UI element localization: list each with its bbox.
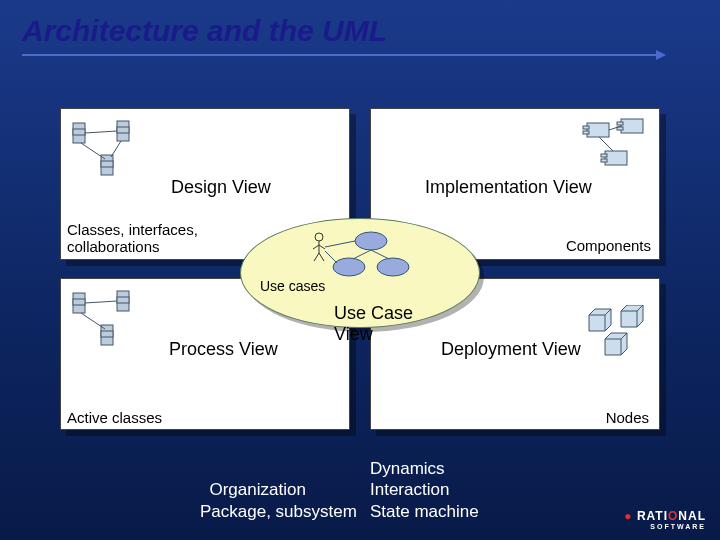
svg-rect-25 — [101, 331, 113, 337]
implementation-view-sublabel: Components — [566, 237, 651, 254]
design-view-label: Design View — [171, 177, 271, 198]
component-icon — [581, 117, 651, 173]
diagram-stage: Design View Classes, interfaces, collabo… — [60, 108, 660, 438]
svg-rect-15 — [605, 151, 627, 165]
active-class-icon — [71, 289, 141, 349]
svg-line-26 — [85, 301, 117, 303]
deployment-view-sublabel: Nodes — [606, 409, 649, 426]
footer-col2: Dynamics Interaction State machine — [370, 458, 479, 522]
implementation-view-label: Implementation View — [425, 177, 592, 198]
process-view-sublabel: Active classes — [67, 409, 162, 426]
node-icon — [585, 305, 651, 361]
page-title: Architecture and the UML — [0, 0, 720, 52]
svg-rect-23 — [117, 297, 129, 303]
svg-line-6 — [85, 131, 117, 133]
svg-line-8 — [111, 141, 121, 157]
svg-point-41 — [333, 258, 365, 276]
svg-rect-12 — [621, 119, 643, 133]
svg-rect-13 — [617, 122, 623, 125]
svg-rect-9 — [587, 123, 609, 137]
svg-rect-16 — [601, 154, 607, 157]
svg-point-40 — [355, 232, 387, 250]
svg-rect-5 — [101, 161, 113, 167]
footer-col1-row1: Organization Package, subsystem — [200, 480, 357, 520]
svg-rect-11 — [583, 131, 589, 134]
svg-line-19 — [599, 137, 613, 151]
svg-line-43 — [325, 241, 355, 247]
usecase-sublabel: Use cases — [260, 278, 325, 294]
svg-point-34 — [315, 233, 323, 241]
class-diagram-icon — [71, 119, 141, 179]
rational-logo: ● RATIONAL SOFTWARE — [624, 509, 706, 530]
svg-line-27 — [81, 313, 105, 329]
svg-rect-10 — [583, 126, 589, 129]
svg-rect-21 — [73, 299, 85, 305]
svg-line-39 — [319, 253, 324, 261]
svg-line-46 — [371, 250, 389, 259]
footer-text: Organization Package, subsystem Dynamics… — [200, 458, 371, 522]
deployment-view-label: Deployment View — [441, 339, 581, 360]
svg-line-38 — [314, 253, 319, 261]
svg-line-7 — [81, 143, 105, 159]
svg-rect-17 — [601, 159, 607, 162]
usecase-view-label: Use Case View — [334, 303, 413, 345]
svg-line-45 — [353, 250, 371, 259]
design-view-sublabel: Classes, interfaces, collaborations — [67, 221, 198, 255]
svg-rect-3 — [117, 127, 129, 133]
process-view-label: Process View — [169, 339, 278, 360]
title-rule — [22, 54, 660, 56]
svg-line-37 — [319, 245, 325, 249]
svg-line-36 — [313, 245, 319, 249]
svg-rect-1 — [73, 129, 85, 135]
svg-point-42 — [377, 258, 409, 276]
svg-line-44 — [325, 251, 337, 263]
